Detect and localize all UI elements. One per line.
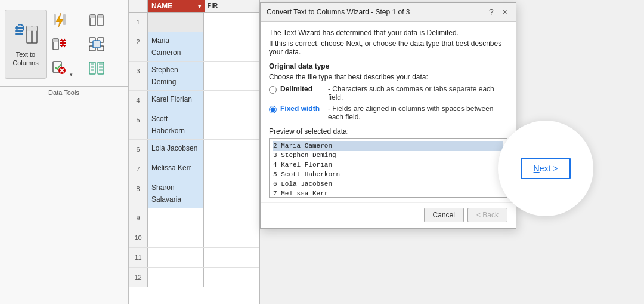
- table-row: 11: [129, 248, 259, 268]
- text-to-columns-icon: [14, 22, 38, 48]
- table-row: 10: [129, 228, 259, 248]
- col-header-fir: FIR: [205, 0, 260, 12]
- cancel-button[interactable]: Cancel: [424, 208, 464, 222]
- remove-duplicates-button[interactable]: [48, 33, 72, 55]
- cell[interactable]: [203, 62, 259, 90]
- table-row: 4 Karel Florian: [129, 91, 259, 110]
- svg-rect-2: [15, 33, 23, 35]
- dialog-controls: ? ✕: [486, 7, 510, 17]
- radio-fixed-row: Fixed width - Fields are aligned in colu…: [269, 105, 507, 121]
- spreadsheet-area: NAME ▾ FIR 1 2 Maria Cameron 3 Stephen D…: [129, 0, 260, 304]
- table-row: 5 Scott Haberkorn: [129, 110, 259, 140]
- cell[interactable]: [148, 13, 203, 32]
- cell[interactable]: Stephen Deming: [148, 62, 203, 90]
- text-to-columns-label: Text to Columns: [13, 50, 38, 67]
- radio-delimited-text: Delimited: [280, 85, 328, 93]
- radio-delimited-label[interactable]: Delimited - Characters such as commas or…: [280, 85, 507, 102]
- svg-marker-8: [56, 13, 63, 27]
- svg-rect-7: [32, 26, 37, 31]
- preview-line: 3 Stephen Deming: [273, 151, 503, 160]
- dialog-intro1: The Text Wizard has determined that your…: [269, 29, 507, 37]
- cell[interactable]: [148, 208, 203, 228]
- flash-fill-button[interactable]: [48, 10, 72, 31]
- cell[interactable]: [148, 248, 203, 267]
- flash-fill-icon: [51, 12, 68, 29]
- cell[interactable]: Scott Haberkorn: [148, 110, 203, 139]
- preview-box[interactable]: 2 Maria Cameron 3 Stephen Deming 4 Karel…: [269, 138, 507, 198]
- split-columns-icon: [88, 12, 105, 29]
- col-header-name-label: NAME: [151, 2, 172, 10]
- cell[interactable]: Lola Jacobsen: [148, 140, 203, 159]
- dialog-title: Convert Text to Columns Wizard - Step 1 …: [267, 8, 410, 16]
- row-num: 2: [129, 32, 148, 61]
- row-num: 3: [129, 62, 148, 90]
- cell[interactable]: Sharon Salavaria: [148, 179, 203, 208]
- col-header-name[interactable]: NAME ▾: [148, 0, 205, 12]
- cell[interactable]: [203, 32, 259, 61]
- preview-label: Preview of selected data:: [269, 127, 507, 136]
- next-circle-highlight: Next >: [498, 121, 593, 216]
- cell[interactable]: [203, 268, 259, 287]
- svg-rect-6: [27, 26, 32, 31]
- table-row: 12: [129, 268, 259, 287]
- row-num: 1: [129, 13, 148, 32]
- dialog-close-button[interactable]: ✕: [499, 7, 510, 17]
- next-label-rest: ext >: [540, 164, 558, 173]
- svg-rect-37: [99, 66, 103, 68]
- dialog-help-button[interactable]: ?: [486, 7, 497, 17]
- preview-line: 7 Melissa Kerr: [273, 189, 503, 198]
- svg-rect-32: [91, 63, 94, 65]
- cell[interactable]: Maria Cameron: [148, 32, 203, 61]
- preview-line: 5 Scott Haberkorn: [273, 170, 503, 179]
- row-num: 4: [129, 91, 148, 110]
- dropdown-arrow-small: ▾: [70, 72, 73, 78]
- ribbon-tools-grid: Text to Columns: [0, 5, 128, 84]
- row-num: 5: [129, 110, 148, 139]
- svg-rect-16: [53, 39, 58, 42]
- consolidate-button[interactable]: [85, 33, 109, 55]
- next-button-label: N: [534, 164, 540, 173]
- next-button[interactable]: Next >: [521, 158, 571, 179]
- cell[interactable]: [203, 91, 259, 110]
- dialog-intro2: If this is correct, choose Next, or choo…: [269, 39, 507, 56]
- col-filter-arrow[interactable]: ▾: [198, 3, 201, 10]
- spreadsheet-header: NAME ▾ FIR: [129, 0, 259, 13]
- cell[interactable]: [148, 228, 203, 247]
- cell[interactable]: [203, 159, 259, 179]
- cell[interactable]: Karel Florian: [148, 91, 203, 110]
- cell[interactable]: [203, 228, 259, 247]
- text-to-columns-button[interactable]: Text to Columns: [5, 10, 47, 79]
- radio-delimited-desc: - Characters such as commas or tabs sepa…: [328, 85, 507, 102]
- table-row: 8 Sharon Salavaria: [129, 179, 259, 208]
- wizard-dialog: Convert Text to Columns Wizard - Step 1 …: [260, 2, 516, 229]
- cell[interactable]: [203, 13, 259, 32]
- svg-rect-10: [63, 14, 66, 25]
- cell[interactable]: Melissa Kerr: [148, 159, 203, 179]
- table-row: 6 Lola Jacobsen: [129, 140, 259, 159]
- preview-line: 6 Lola Jacobsen: [273, 179, 503, 189]
- columns-icon-top[interactable]: [85, 10, 109, 31]
- row-num: 7: [129, 159, 148, 179]
- table-row: 7 Melissa Kerr: [129, 159, 259, 179]
- cell[interactable]: [203, 140, 259, 159]
- ribbon-panel: Text to Columns: [0, 0, 128, 304]
- cell[interactable]: [203, 179, 259, 208]
- preview-line: 4 Karel Florian: [273, 160, 503, 170]
- choose-file-type-label: Choose the file type that best describes…: [269, 73, 507, 81]
- cell[interactable]: [203, 248, 259, 267]
- cell[interactable]: [203, 110, 259, 139]
- svg-rect-36: [99, 63, 103, 65]
- data-validation-button[interactable]: ▾: [48, 57, 72, 79]
- what-if-analysis-button[interactable]: [85, 57, 109, 79]
- svg-rect-9: [54, 14, 56, 25]
- radio-fixed-text: Fixed width: [280, 105, 328, 113]
- row-num: 8: [129, 179, 148, 208]
- row-num-header: [129, 0, 148, 12]
- radio-fixed-label[interactable]: Fixed width - Fields are aligned in colu…: [280, 105, 507, 121]
- radio-fixed[interactable]: [269, 106, 277, 113]
- cell[interactable]: [148, 268, 203, 287]
- what-if-icon: [88, 60, 105, 76]
- cell[interactable]: [203, 208, 259, 228]
- svg-rect-13: [90, 15, 95, 18]
- radio-delimited[interactable]: [269, 86, 277, 94]
